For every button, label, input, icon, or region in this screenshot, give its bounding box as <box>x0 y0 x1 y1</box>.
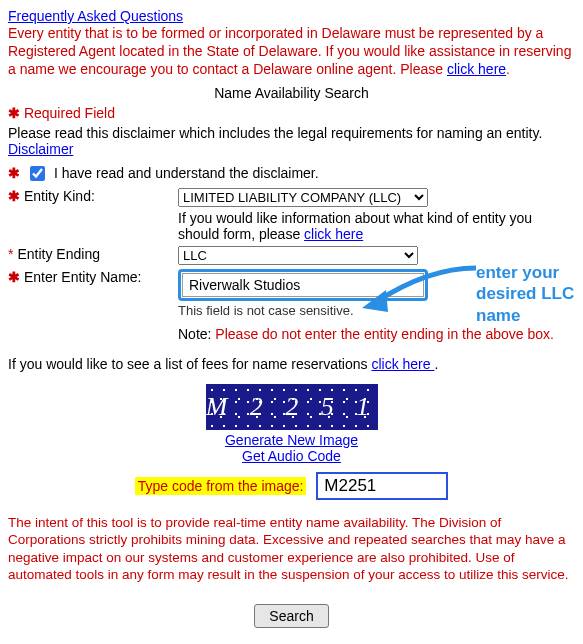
consent-checkbox[interactable] <box>30 166 45 181</box>
required-asterisk-icon: ✱ <box>8 105 20 121</box>
consent-label: I have read and understand the disclaime… <box>54 165 319 181</box>
disclaimer-link[interactable]: Disclaimer <box>8 141 73 157</box>
note-prefix: Note: <box>178 326 215 342</box>
required-asterisk-icon: ✱ <box>8 165 20 181</box>
required-asterisk-icon: * <box>8 246 13 262</box>
intro-text: Every entity that is to be formed or inc… <box>8 24 575 79</box>
case-note: This field is not case sensitive. <box>178 303 575 318</box>
captcha-image: M 2 2 5 1 <box>206 384 378 430</box>
entity-kind-select[interactable]: LIMITED LIABILITY COMPANY (LLC) <box>178 188 428 207</box>
disclaimer-instruction: Please read this disclaimer which includ… <box>8 125 575 141</box>
entity-name-label: Enter Entity Name: <box>24 269 142 285</box>
faq-link[interactable]: Frequently Asked Questions <box>8 8 183 24</box>
entity-name-highlight-box <box>178 269 428 301</box>
intro-click-here-link[interactable]: click here <box>447 61 506 77</box>
entity-kind-help-link[interactable]: click here <box>304 226 363 242</box>
fees-link[interactable]: click here <box>371 356 434 372</box>
search-button[interactable]: Search <box>254 604 328 628</box>
page-title: Name Availability Search <box>8 85 575 101</box>
entity-kind-help: If you would like information about what… <box>178 210 575 242</box>
entity-name-input[interactable] <box>182 273 424 297</box>
type-code-label: Type code from the image: <box>135 477 307 495</box>
entity-kind-label: Entity Kind: <box>24 188 95 204</box>
entity-ending-label: Entity Ending <box>17 246 100 262</box>
required-field-label: Required Field <box>24 105 115 121</box>
required-asterisk-icon: ✱ <box>8 188 20 204</box>
get-audio-code-link[interactable]: Get Audio Code <box>8 448 575 464</box>
entity-ending-select[interactable]: LLC <box>178 246 418 265</box>
period: . <box>506 61 510 77</box>
no-ending-note: Please do not enter the entity ending in… <box>215 326 554 342</box>
generate-new-image-link[interactable]: Generate New Image <box>8 432 575 448</box>
required-asterisk-icon: ✱ <box>8 269 20 285</box>
captcha-code-input[interactable] <box>316 472 448 500</box>
fees-text: If you would like to see a list of fees … <box>8 356 371 372</box>
policy-text: The intent of this tool is to provide re… <box>8 514 575 584</box>
